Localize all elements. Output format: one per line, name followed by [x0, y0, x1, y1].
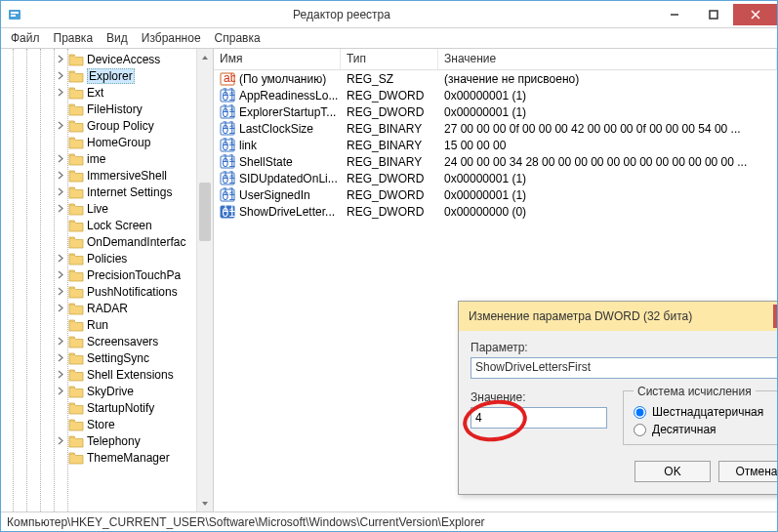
radix-hex-radio[interactable]: [634, 406, 646, 419]
list-row[interactable]: 110011UserSignedInREG_DWORD0x00000001 (1…: [214, 186, 777, 203]
tree-item[interactable]: Group Policy: [56, 117, 213, 134]
radix-hex-row[interactable]: Шестнадцатеричная: [634, 405, 777, 419]
row-type: REG_DWORD: [341, 205, 438, 219]
col-type[interactable]: Тип: [341, 49, 438, 69]
tree-item-label: Shell Extensions: [87, 368, 174, 382]
ok-button[interactable]: OK: [635, 461, 711, 482]
expander-icon[interactable]: [56, 336, 66, 347]
row-value: 15 00 00 00: [438, 139, 777, 152]
scroll-up-icon[interactable]: [197, 49, 213, 65]
expander-icon[interactable]: [56, 236, 66, 247]
col-value[interactable]: Значение: [438, 49, 777, 69]
maximize-button[interactable]: [694, 4, 733, 25]
expander-icon[interactable]: [56, 452, 66, 463]
menu-file[interactable]: Файл: [5, 29, 46, 47]
expander-icon[interactable]: [56, 253, 66, 264]
tree-item[interactable]: Lock Screen: [56, 217, 213, 233]
tree-item[interactable]: Run: [56, 316, 213, 333]
expander-icon[interactable]: [56, 319, 66, 330]
list-row[interactable]: 110011SIDUpdatedOnLi...REG_DWORD0x000000…: [214, 170, 777, 186]
expander-icon[interactable]: [56, 103, 66, 114]
expander-icon[interactable]: [56, 352, 66, 363]
param-field[interactable]: ShowDriveLettersFirst: [471, 357, 777, 379]
tree-item[interactable]: ThemeManager: [56, 449, 213, 466]
menu-view[interactable]: Вид: [101, 29, 134, 47]
expander-icon[interactable]: [56, 54, 66, 64]
tree-item[interactable]: Shell Extensions: [56, 366, 213, 383]
tree-item[interactable]: SettingSync: [56, 349, 213, 366]
tree-item[interactable]: HomeGroup: [56, 134, 213, 150]
expander-icon[interactable]: [56, 120, 66, 131]
expander-icon[interactable]: [56, 203, 66, 214]
folder-icon: [68, 401, 84, 415]
list-row[interactable]: ab(По умолчанию)REG_SZ(значение не присв…: [214, 70, 777, 87]
list-row[interactable]: 110011ExplorerStartupT...REG_DWORD0x0000…: [214, 103, 777, 120]
col-name[interactable]: Имя: [214, 49, 341, 69]
list-row[interactable]: 110011ShellStateREG_BINARY24 00 00 00 34…: [214, 153, 777, 170]
radix-dec-row[interactable]: Десятичная: [634, 423, 777, 436]
minimize-button[interactable]: [655, 4, 694, 25]
tree-item[interactable]: Live: [56, 200, 213, 217]
tree-item[interactable]: ImmersiveShell: [56, 167, 213, 184]
row-value: 0x00000000 (0): [438, 205, 777, 219]
tree-item-label: Store: [87, 418, 115, 431]
list-row[interactable]: 110011LastClockSizeREG_BINARY27 00 00 00…: [214, 120, 777, 137]
menu-help[interactable]: Справка: [209, 29, 266, 47]
expander-icon[interactable]: [56, 419, 66, 430]
scroll-down-icon[interactable]: [197, 495, 213, 512]
tree-item[interactable]: Store: [56, 416, 213, 432]
value-type-icon: ab: [220, 71, 235, 87]
tree-item[interactable]: Screensavers: [56, 333, 213, 349]
value-input[interactable]: [471, 407, 607, 429]
expander-icon[interactable]: [56, 369, 66, 380]
expander-icon[interactable]: [56, 170, 66, 181]
expander-icon[interactable]: [56, 70, 66, 81]
tree-item-label: OnDemandInterfac: [87, 235, 185, 249]
tree-item[interactable]: PushNotifications: [56, 283, 213, 300]
expander-icon[interactable]: [56, 435, 66, 446]
value-type-icon: 110011: [220, 171, 235, 186]
folder-icon: [68, 351, 84, 365]
list-row[interactable]: 110011ShowDriveLetter...REG_DWORD0x00000…: [214, 203, 777, 220]
tree-item-label: SkyDrive: [87, 385, 134, 398]
tree-item[interactable]: FileHistory: [56, 101, 213, 117]
menu-favorites[interactable]: Избранное: [136, 29, 207, 47]
expander-icon[interactable]: [56, 220, 66, 230]
expander-icon[interactable]: [56, 137, 66, 147]
tree-item[interactable]: ime: [56, 150, 213, 167]
tree-item[interactable]: Ext: [56, 84, 213, 101]
tree-scrollbar[interactable]: [196, 49, 213, 512]
svg-text:011: 011: [223, 123, 236, 137]
menu-edit[interactable]: Правка: [48, 29, 100, 47]
dialog-close-button[interactable]: [773, 305, 777, 328]
row-value: 0x00000001 (1): [438, 172, 777, 185]
list-row[interactable]: 110011AppReadinessLo...REG_DWORD0x000000…: [214, 87, 777, 103]
folder-icon: [68, 86, 84, 100]
expander-icon[interactable]: [56, 87, 66, 98]
radix-dec-radio[interactable]: [634, 424, 646, 436]
expander-icon[interactable]: [56, 153, 66, 164]
tree-item[interactable]: RADAR: [56, 300, 213, 316]
tree-item[interactable]: Policies: [56, 250, 213, 266]
tree-item[interactable]: PrecisionTouchPa: [56, 266, 213, 283]
close-button[interactable]: [733, 4, 777, 25]
tree-item[interactable]: Telephony: [56, 432, 213, 449]
expander-icon[interactable]: [56, 402, 66, 413]
tree-item[interactable]: Internet Settings: [56, 184, 213, 200]
tree-item[interactable]: SkyDrive: [56, 383, 213, 399]
expander-icon[interactable]: [56, 269, 66, 280]
tree-item-label: Live: [87, 202, 108, 216]
tree-item[interactable]: StartupNotify: [56, 399, 213, 416]
expander-icon[interactable]: [56, 386, 66, 396]
list-row[interactable]: 110011linkREG_BINARY15 00 00 00: [214, 137, 777, 153]
expander-icon[interactable]: [56, 186, 66, 197]
folder-icon: [68, 434, 84, 448]
tree-item[interactable]: OnDemandInterfac: [56, 233, 213, 250]
list-pane: Имя Тип Значение ab(По умолчанию)REG_SZ(…: [214, 49, 777, 512]
expander-icon[interactable]: [56, 303, 66, 313]
tree-item[interactable]: DeviceAccess: [56, 51, 213, 67]
cancel-button[interactable]: Отмена: [718, 461, 777, 482]
expander-icon[interactable]: [56, 286, 66, 297]
tree-item[interactable]: Explorer: [56, 67, 213, 84]
value-type-icon: 110011: [220, 138, 235, 153]
